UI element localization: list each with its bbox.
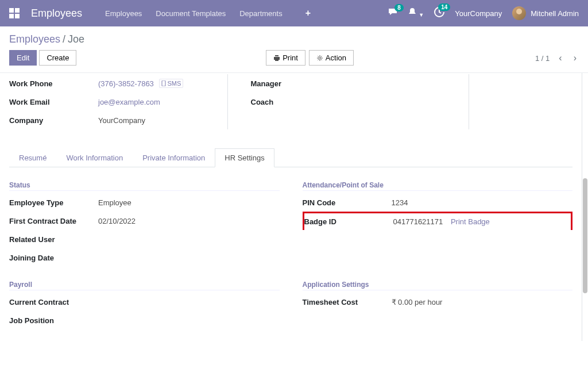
nav-plus-icon[interactable]: + bbox=[305, 8, 311, 18]
activities-icon[interactable]: 14 bbox=[434, 7, 444, 20]
tab-private-information[interactable]: Private Information bbox=[133, 148, 215, 167]
badge-id-label: Badge ID bbox=[304, 217, 393, 226]
breadcrumb-current: Joe bbox=[68, 33, 84, 45]
apps-icon[interactable] bbox=[9, 8, 20, 18]
tab-work-information[interactable]: Work Information bbox=[56, 148, 133, 167]
nav-employees[interactable]: Employees bbox=[105, 9, 142, 18]
svg-point-0 bbox=[319, 57, 321, 59]
activities-badge: 14 bbox=[438, 3, 450, 11]
tabs: Resumé Work Information Private Informat… bbox=[9, 148, 572, 167]
payroll-section: Payroll bbox=[9, 281, 280, 290]
company-name[interactable]: YourCompany bbox=[455, 9, 502, 18]
avatar bbox=[512, 6, 526, 20]
badge-id-value: 041771621171 bbox=[393, 217, 443, 226]
employee-type-value: Employee bbox=[98, 198, 280, 207]
top-navbar: Employees Employees Document Templates D… bbox=[0, 0, 588, 26]
work-phone-label: Work Phone bbox=[9, 79, 98, 88]
user-menu[interactable]: Mitchell Admin bbox=[512, 6, 579, 20]
edit-button[interactable]: Edit bbox=[9, 50, 37, 66]
print-button[interactable]: Print bbox=[266, 50, 305, 66]
user-name: Mitchell Admin bbox=[531, 9, 579, 18]
current-contract-label: Current Contract bbox=[9, 298, 98, 306]
employee-type-label: Employee Type bbox=[9, 198, 98, 207]
messages-badge: 8 bbox=[394, 4, 404, 12]
print-icon bbox=[273, 55, 280, 62]
application-settings-section: Application Settings bbox=[303, 281, 573, 290]
badge-id-row-highlighted: Badge ID 041771621171 Print Badge bbox=[303, 212, 573, 230]
app-brand: Employees bbox=[31, 7, 82, 20]
first-contract-value: 02/10/2022 bbox=[98, 217, 280, 225]
job-position-label: Job Position bbox=[9, 316, 98, 325]
work-phone-value[interactable]: (376)-3852-7863 bbox=[98, 79, 154, 88]
form-sheet: Work Phone (376)-3852-7863 SMS Work Emai… bbox=[0, 73, 582, 341]
tab-resume[interactable]: Resumé bbox=[9, 148, 56, 167]
print-badge-link[interactable]: Print Badge bbox=[451, 217, 490, 226]
sms-link[interactable]: SMS bbox=[159, 79, 183, 88]
breadcrumb: Employees/Joe bbox=[9, 33, 84, 45]
control-panel: Employees/Joe Edit Create Print Action 1… bbox=[0, 26, 588, 73]
status-section: Status bbox=[9, 181, 280, 191]
tab-hr-settings[interactable]: HR Settings bbox=[215, 148, 274, 167]
messages-icon[interactable]: 8 bbox=[388, 7, 398, 19]
joining-date-label: Joining Date bbox=[9, 254, 98, 262]
coach-label: Coach bbox=[251, 98, 340, 106]
timesheet-cost-value: ₹ 0.00 per hour bbox=[392, 298, 573, 306]
pager-prev[interactable]: ‹ bbox=[556, 51, 564, 66]
pager-text: 1 / 1 bbox=[535, 54, 550, 63]
related-user-label: Related User bbox=[9, 235, 98, 244]
create-button[interactable]: Create bbox=[39, 50, 76, 66]
timesheet-cost-label: Timesheet Cost bbox=[303, 298, 392, 306]
notifications-icon[interactable]: ▼ bbox=[408, 7, 424, 19]
attendance-section: Attendance/Point of Sale bbox=[303, 181, 573, 191]
work-email-value[interactable]: joe@example.com bbox=[98, 98, 210, 106]
nav-document-templates[interactable]: Document Templates bbox=[156, 9, 226, 18]
nav-departments[interactable]: Departments bbox=[239, 9, 282, 18]
work-email-label: Work Email bbox=[9, 98, 98, 106]
scrollbar-thumb[interactable] bbox=[583, 178, 587, 293]
breadcrumb-root[interactable]: Employees bbox=[9, 33, 60, 45]
company-label: Company bbox=[9, 116, 98, 125]
first-contract-label: First Contract Date bbox=[9, 217, 98, 225]
pin-value: 1234 bbox=[392, 198, 573, 207]
action-button[interactable]: Action bbox=[309, 50, 354, 66]
pin-label: PIN Code bbox=[303, 198, 392, 207]
svg-rect-1 bbox=[162, 80, 165, 86]
mobile-icon bbox=[161, 80, 166, 86]
pager-next[interactable]: › bbox=[571, 51, 579, 66]
manager-label: Manager bbox=[251, 79, 340, 88]
gear-icon bbox=[316, 55, 323, 62]
company-value: YourCompany bbox=[98, 116, 210, 125]
